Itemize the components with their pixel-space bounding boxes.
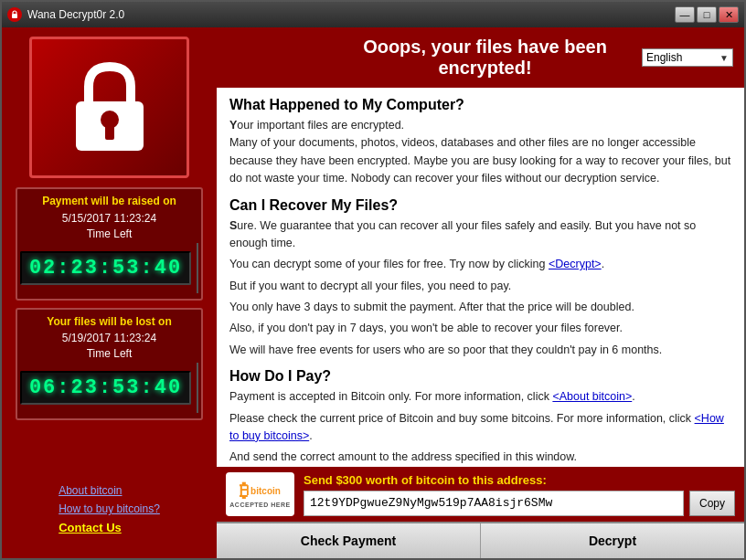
timer2-label: Your files will be lost on: [27, 315, 192, 330]
payment-area: ₿ bitcoin ACCEPTED HERE Send $300 worth …: [217, 467, 744, 522]
payment-right: Send $300 worth of bitcoin to this addre…: [304, 473, 735, 516]
send-label: Send $300 worth of bitcoin to this addre…: [304, 473, 735, 487]
section2-body2: You can decrypt some of your files for f…: [229, 256, 731, 273]
right-panel: Ooops, your files have been encrypted! E…: [217, 27, 744, 558]
language-dropdown-arrow: ▼: [719, 53, 729, 63]
timer1-display-row: 02:23:53:40: [27, 243, 192, 293]
section2-body3: But if you want to decrypt all your file…: [229, 278, 731, 295]
bitcoin-logo: ₿ bitcoin ACCEPTED HERE: [226, 472, 294, 516]
section2-body5: Also, if you don't pay in 7 days, you wo…: [229, 320, 731, 337]
main-window: Wana Decrypt0r 2.0 — □ ✕: [0, 0, 746, 560]
bitcoin-accepted-here: ACCEPTED HERE: [229, 502, 290, 508]
section2-body6: We will have free events for users who a…: [229, 342, 731, 359]
timer1-label: Payment will be raised on: [27, 195, 192, 209]
app-icon: [7, 7, 22, 22]
timer2-time-left-label: Time Left: [27, 347, 192, 360]
svg-rect-0: [12, 14, 17, 18]
timer2-progress: [197, 363, 198, 413]
section3-body2: Please check the current price of Bitcoi…: [229, 410, 731, 446]
timer1-progress: [197, 243, 198, 293]
padlock-area: [29, 37, 189, 178]
left-bottom-links: About bitcoin How to buy bitcoins? Conta…: [59, 428, 160, 549]
how-to-buy-content-link[interactable]: <How to buy bitcoins>: [229, 412, 724, 442]
section2-title: Can I Recover My Files?: [229, 197, 731, 214]
decrypt-link[interactable]: <Decrypt>: [549, 258, 602, 270]
svg-rect-3: [105, 125, 114, 140]
section1-title: What Happened to My Computer?: [229, 97, 731, 113]
main-content-area: Payment will be raised on 5/15/2017 11:2…: [2, 27, 744, 558]
header-bar: Ooops, your files have been encrypted! E…: [217, 27, 744, 88]
bottom-buttons: Check Payment Decrypt: [217, 522, 744, 558]
close-button[interactable]: ✕: [719, 6, 739, 23]
timer1-time-left-label: Time Left: [27, 227, 192, 240]
timer-box-1: Payment will be raised on 5/15/2017 11:2…: [16, 187, 203, 301]
title-bar: Wana Decrypt0r 2.0 — □ ✕: [2, 2, 744, 27]
timer1-date: 5/15/2017 11:23:24: [27, 212, 192, 225]
language-selected: English: [646, 51, 716, 64]
links-area: About bitcoin How to buy bitcoins? Conta…: [59, 477, 160, 542]
header-title: Ooops, your files have been encrypted!: [328, 37, 642, 79]
about-bitcoin-content-link[interactable]: <About bitcoin>: [552, 390, 632, 403]
timer2-display-row: 06:23:53:40: [27, 363, 192, 413]
section2-body4: You only have 3 days to submit the payme…: [229, 299, 731, 316]
contact-us-link[interactable]: Contact Us: [59, 521, 160, 534]
bitcoin-address-input[interactable]: [304, 491, 684, 516]
bitcoin-word: bitcoin: [250, 486, 281, 496]
text-content-area: What Happened to My Computer? Your impor…: [217, 88, 744, 467]
section2-body1: Sure. We guarantee that you can recover …: [229, 217, 731, 253]
timer2-digits: 06:23:53:40: [20, 371, 191, 405]
timer-box-2: Your files will be lost on 5/19/2017 11:…: [16, 308, 203, 421]
maximize-button[interactable]: □: [697, 6, 717, 23]
how-to-buy-link[interactable]: How to buy bitcoins?: [59, 502, 160, 515]
section3-title: How Do I Pay?: [229, 368, 731, 385]
section3-body1: Payment is accepted in Bitcoin only. For…: [229, 388, 731, 406]
check-payment-button[interactable]: Check Payment: [217, 523, 481, 558]
about-bitcoin-link[interactable]: About bitcoin: [59, 484, 160, 497]
minimize-button[interactable]: —: [675, 6, 695, 23]
copy-button[interactable]: Copy: [689, 491, 735, 516]
language-selector[interactable]: English ▼: [642, 48, 733, 67]
section3-body3: And send the correct amount to the addre…: [229, 449, 731, 466]
address-row: Copy: [304, 491, 735, 516]
window-title: Wana Decrypt0r 2.0: [27, 8, 669, 21]
window-controls: — □ ✕: [675, 6, 739, 23]
bitcoin-symbol: ₿: [240, 481, 249, 502]
section1-body: Your important files are encrypted. Many…: [229, 117, 731, 188]
left-panel: Payment will be raised on 5/15/2017 11:2…: [2, 27, 217, 558]
timer2-date: 5/19/2017 11:23:24: [27, 332, 192, 344]
decrypt-button[interactable]: Decrypt: [481, 523, 744, 558]
timer1-digits: 02:23:53:40: [20, 251, 191, 285]
